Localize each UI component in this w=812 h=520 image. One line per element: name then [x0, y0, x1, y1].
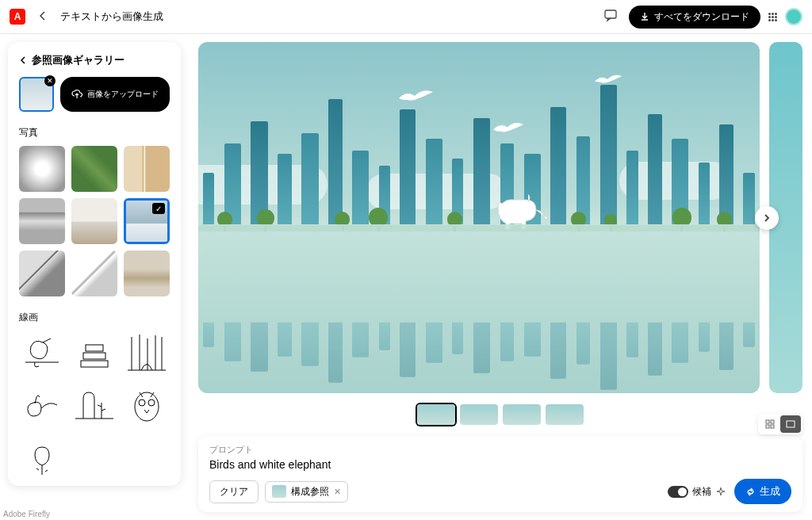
gallery-thumb[interactable] [19, 331, 65, 377]
single-view-button[interactable] [780, 415, 801, 433]
result-thumbnails [198, 401, 802, 428]
line-category-label: 線画 [19, 311, 170, 324]
result-thumb[interactable] [460, 404, 498, 425]
svg-rect-7 [766, 420, 769, 423]
next-image-button[interactable] [755, 206, 779, 230]
svg-point-4 [135, 392, 159, 421]
page-title: テキストから画像生成 [60, 10, 163, 24]
photo-thumb-grid [19, 146, 170, 296]
generate-label: 生成 [760, 484, 780, 499]
svg-point-6 [148, 400, 155, 406]
gallery-thumb[interactable] [19, 250, 65, 296]
clear-prompt-button[interactable]: クリア [209, 480, 259, 503]
grid-view-button[interactable] [760, 415, 780, 433]
gallery-thumb[interactable] [71, 383, 117, 429]
prompt-panel: プロンプト Birds and white elephant クリア 構成参照 … [198, 436, 802, 512]
clear-reference-button[interactable]: ✕ [44, 75, 56, 86]
selected-reference-thumb[interactable]: ✕ [19, 77, 54, 112]
apps-grid-icon[interactable] [768, 13, 777, 21]
svg-rect-3 [86, 345, 103, 351]
sidebar: 参照画像ギャラリー ✕ 画像をアップロード 写真 [0, 34, 189, 520]
sidebar-back-button[interactable] [19, 53, 27, 67]
suggestion-label: 候補 [692, 485, 711, 499]
gallery-thumb[interactable] [124, 250, 170, 296]
gallery-thumb[interactable] [19, 383, 65, 429]
back-button[interactable] [35, 6, 51, 27]
bird-illustration [395, 84, 435, 108]
gallery-thumb[interactable] [124, 331, 170, 377]
adobe-logo-icon: A [10, 9, 25, 25]
app-header: A テキストから画像生成 すべてをダウンロード [0, 0, 812, 34]
gallery-thumb[interactable] [71, 146, 117, 192]
suggestion-toggle[interactable]: 候補 [668, 485, 726, 499]
reference-chip-thumb-icon [272, 485, 286, 498]
gallery-thumb[interactable] [19, 198, 65, 244]
svg-rect-9 [766, 425, 769, 428]
toggle-switch-icon [668, 486, 688, 498]
gallery-thumb[interactable] [124, 146, 170, 192]
bird-illustration [592, 70, 623, 94]
user-avatar[interactable] [785, 8, 802, 25]
gallery-thumb[interactable] [19, 146, 65, 192]
result-thumb[interactable] [417, 404, 455, 425]
svg-rect-10 [771, 425, 774, 428]
gallery-thumb[interactable] [124, 198, 170, 244]
prompt-text[interactable]: Birds and white elephant [209, 458, 791, 471]
photo-category-label: 写真 [19, 126, 170, 140]
svg-rect-0 [605, 10, 616, 18]
download-label: すべてをダウンロード [654, 10, 749, 24]
upload-label: 画像をアップロード [87, 90, 159, 99]
svg-point-5 [139, 400, 145, 406]
gallery-thumb[interactable] [71, 250, 117, 296]
upload-image-button[interactable]: 画像をアップロード [60, 77, 170, 112]
reference-chip-label: 構成参照 [291, 485, 329, 499]
gallery-thumb[interactable] [71, 331, 117, 377]
close-icon[interactable]: ✕ [334, 487, 341, 497]
svg-rect-1 [81, 361, 108, 367]
sparkle-icon [715, 486, 726, 497]
main-area: プロンプト Birds and white elephant クリア 構成参照 … [189, 34, 812, 520]
line-thumb-grid [19, 331, 170, 481]
result-thumb[interactable] [546, 404, 584, 425]
svg-rect-2 [83, 353, 105, 359]
view-mode-toggle [758, 414, 802, 434]
result-thumb[interactable] [503, 404, 541, 425]
generate-button[interactable]: 生成 [734, 479, 791, 504]
bird-illustration [490, 119, 525, 143]
sidebar-title: 参照画像ギャラリー [32, 53, 124, 67]
gallery-thumb[interactable] [124, 383, 170, 429]
generated-image-preview[interactable] [198, 42, 760, 393]
svg-rect-8 [771, 420, 774, 423]
prompt-label: プロンプト [209, 444, 791, 456]
structure-reference-chip[interactable]: 構成参照 ✕ [265, 481, 348, 503]
download-all-button[interactable]: すべてをダウンロード [629, 6, 760, 29]
footer-brand: Adobe Firefly [3, 510, 50, 518]
gallery-thumb[interactable] [71, 198, 117, 244]
svg-rect-11 [787, 421, 795, 427]
feedback-icon[interactable] [600, 5, 621, 29]
gallery-thumb[interactable] [19, 435, 65, 481]
